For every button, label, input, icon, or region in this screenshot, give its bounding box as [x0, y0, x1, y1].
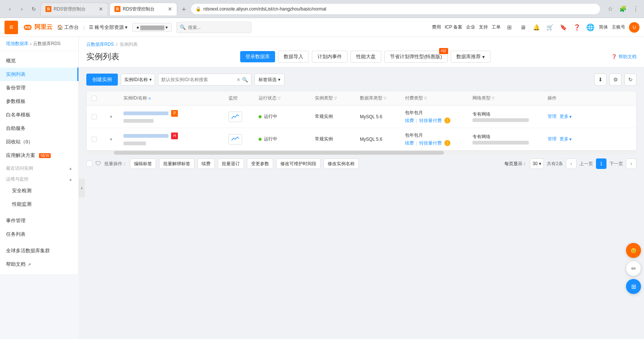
- sidebar-item-events[interactable]: 事件管理: [0, 214, 78, 228]
- elastic-plan-btn[interactable]: 节省计划弹性型(特惠版) 4折: [384, 51, 448, 63]
- batch-rename-btn[interactable]: 修改实例名称: [324, 158, 359, 169]
- breadcrumb-link-1[interactable]: 云数据库RDS: [86, 41, 114, 48]
- main-account-label[interactable]: 主账号: [612, 24, 625, 30]
- db-filter-icon[interactable]: ▽: [384, 96, 387, 100]
- create-instance-btn[interactable]: 创建实例: [86, 74, 118, 86]
- batch-unsubscribe-btn[interactable]: 批量退订: [218, 158, 244, 169]
- status-filter-icon[interactable]: ▽: [278, 96, 281, 100]
- hamburger-btn[interactable]: ≡: [5, 21, 18, 34]
- expand-cols-icon[interactable]: »: [148, 96, 151, 101]
- nav-icon-bell[interactable]: 🔔: [531, 23, 541, 32]
- nav-icp[interactable]: ICP 备案: [445, 24, 462, 30]
- th-checkbox[interactable]: [87, 96, 102, 101]
- sidebar-item-tasks[interactable]: 任务列表: [0, 228, 78, 241]
- row2-renew-link[interactable]: 续费: [405, 140, 414, 146]
- sidebar-item-backup[interactable]: 备份管理: [0, 81, 78, 95]
- th-status[interactable]: 运行状态 ▽: [256, 95, 312, 101]
- float-grid-btn[interactable]: ⊞: [626, 279, 641, 294]
- batch-renew-btn[interactable]: 续费: [197, 158, 215, 169]
- tab-close-icon-active[interactable]: ✕: [168, 6, 172, 12]
- nav-resources[interactable]: ☰ 账号全部资源 ▾: [89, 24, 128, 31]
- search-icon-btn[interactable]: 🔍: [242, 77, 248, 83]
- sidebar-item-cluster[interactable]: 全球多活数据库集群: [0, 244, 78, 258]
- batch-checkbox[interactable]: [86, 161, 92, 167]
- tab-add-btn[interactable]: ＋: [179, 4, 189, 14]
- row1-expand[interactable]: ▾: [102, 114, 120, 119]
- th-db-type[interactable]: 数据库类型 ▽: [357, 95, 402, 101]
- clear-icon[interactable]: ✕: [236, 77, 241, 83]
- th-network[interactable]: 网络类型 ▽: [469, 95, 545, 101]
- type-filter-icon[interactable]: ▽: [334, 96, 337, 100]
- float-avatar-btn[interactable]: 😊: [626, 243, 641, 258]
- settings-btn[interactable]: ⚙: [609, 74, 621, 86]
- sidebar-item-self-service[interactable]: 自助服务: [0, 122, 78, 135]
- sidebar-section-recent[interactable]: 最近访问实例 ▲: [0, 162, 78, 173]
- nav-region[interactable]: ● ▓▓▓▓▓▓▓▓ ▾: [132, 23, 172, 32]
- sidebar-item-whitelist[interactable]: 白名单模板: [0, 108, 78, 122]
- forward-btn[interactable]: ›: [17, 4, 27, 14]
- sidebar-item-perf[interactable]: 性能监测: [0, 197, 78, 211]
- search-input-main[interactable]: [161, 77, 236, 82]
- float-edit-btn[interactable]: ✏: [626, 261, 641, 276]
- nav-icon-cart[interactable]: 🛒: [545, 23, 555, 32]
- nav-icon-help[interactable]: ❓: [572, 23, 582, 32]
- monitor-chart-icon-2[interactable]: [229, 134, 242, 145]
- back-btn[interactable]: ‹: [5, 4, 15, 14]
- data-import-btn[interactable]: 数据导入: [278, 51, 309, 63]
- refresh-btn[interactable]: ↻: [29, 4, 39, 14]
- batch-edit-tags-btn[interactable]: 编辑标签: [130, 158, 156, 169]
- prev-page-label[interactable]: 上一页: [579, 161, 593, 167]
- page-1-btn[interactable]: 1: [596, 158, 606, 169]
- row1-convert-link[interactable]: 转按量付费: [419, 118, 442, 123]
- perf-dashboard-btn[interactable]: 性能大盘: [351, 51, 381, 63]
- row1-checkbox[interactable]: [87, 114, 102, 119]
- login-db-btn[interactable]: 登录数据库: [240, 51, 275, 62]
- extension-btn[interactable]: 🧩: [618, 4, 628, 14]
- nav-workbench[interactable]: 🏠 工作台: [57, 24, 79, 31]
- monitor-chart-icon[interactable]: [229, 111, 242, 122]
- nav-icon-globe[interactable]: 🌐: [585, 23, 595, 32]
- row2-checkbox[interactable]: [87, 137, 102, 142]
- sidebar-section-ops[interactable]: 运维与监控 ▲: [0, 173, 78, 184]
- prev-page-btn[interactable]: ‹: [566, 158, 576, 169]
- nav-icon-bookmark[interactable]: 🔖: [558, 23, 568, 32]
- star-btn[interactable]: ☆: [605, 4, 615, 14]
- tags-filter-btn[interactable]: 标签筛选 ▾: [254, 74, 284, 86]
- page-size-select[interactable]: 30 ▾: [530, 158, 544, 169]
- top-search[interactable]: 🔍: [176, 22, 251, 33]
- sidebar-item-recycle[interactable]: 回收站（0）: [0, 135, 78, 149]
- tab-close-icon[interactable]: ✕: [99, 6, 103, 12]
- user-avatar[interactable]: U: [629, 22, 639, 33]
- scroll-thumb[interactable]: [114, 151, 444, 155]
- address-bar[interactable]: 🔒 rdsnext.console.aliyun.com/rdsList/cn-…: [191, 3, 600, 15]
- tab-inactive[interactable]: R RDS管理控制台 ✕: [41, 3, 108, 15]
- next-page-label[interactable]: 下一页: [609, 161, 623, 167]
- row2-convert-link[interactable]: 转按量付费: [419, 140, 442, 146]
- th-id-name[interactable]: 实例ID/名称 »: [120, 95, 226, 101]
- row1-manage-link[interactable]: 管理: [548, 113, 557, 120]
- batch-maintenance-btn[interactable]: 修改可维护时间段: [276, 158, 320, 169]
- search-input[interactable]: [188, 25, 248, 30]
- nav-icon-apps[interactable]: ⊞: [504, 23, 514, 32]
- nav-enterprise[interactable]: 企业: [466, 24, 475, 30]
- batch-unbind-tags-btn[interactable]: 批量解绑标签: [159, 158, 194, 169]
- row2-manage-link[interactable]: 管理: [548, 136, 557, 142]
- next-page-btn[interactable]: ›: [626, 158, 636, 169]
- id-filter-select[interactable]: 实例ID/名称 ▾: [121, 74, 155, 86]
- pay-filter-icon[interactable]: ▽: [424, 96, 427, 100]
- th-pay-type[interactable]: 付费类型 ▽: [402, 95, 469, 101]
- sidebar-item-params[interactable]: 参数模板: [0, 95, 78, 108]
- plan-events-btn[interactable]: 计划内事件: [312, 51, 348, 63]
- row1-more-btn[interactable]: 更多 ▾: [560, 113, 572, 120]
- batch-params-btn[interactable]: 变更参数: [247, 158, 273, 169]
- row1-monitor[interactable]: [226, 111, 256, 122]
- row1-renew-link[interactable]: 续费: [405, 118, 414, 123]
- sidebar-item-security[interactable]: 安全检测: [0, 184, 78, 197]
- nav-icon-screen[interactable]: 🖥: [518, 23, 528, 32]
- help-link[interactable]: ❓ 帮助文档: [611, 54, 636, 60]
- tab-active[interactable]: R RDS管理控制台 ✕: [110, 3, 177, 15]
- refresh-btn-filter[interactable]: ↻: [624, 74, 636, 86]
- sidebar-item-overview[interactable]: 概览: [0, 54, 78, 68]
- db-recommend-btn[interactable]: 数据库推荐 ▾: [451, 51, 491, 63]
- download-btn[interactable]: ⬇: [594, 74, 606, 86]
